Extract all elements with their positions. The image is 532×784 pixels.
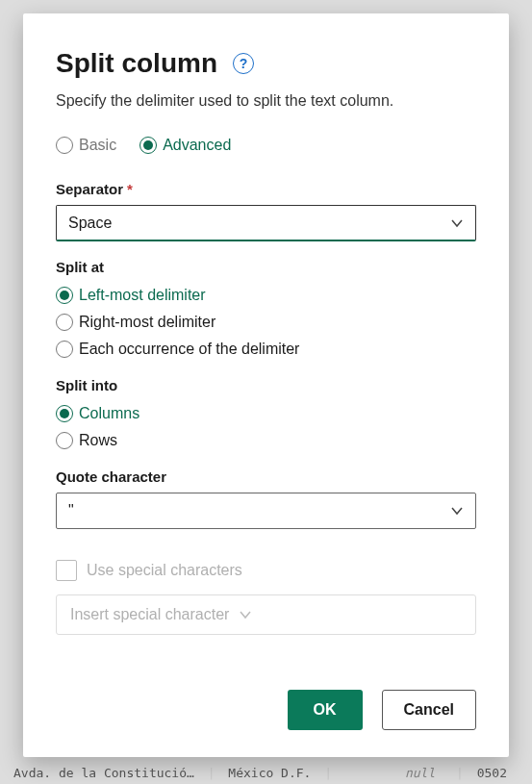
radio-rows[interactable]: Rows <box>56 432 476 449</box>
chevron-down-icon <box>239 608 252 621</box>
radio-each-occurrence[interactable]: Each occurrence of the delimiter <box>56 341 476 358</box>
ok-button[interactable]: OK <box>288 690 363 730</box>
insert-special-char-button[interactable]: Insert special character <box>56 594 476 635</box>
quote-char-label: Quote character <box>56 468 476 485</box>
radio-columns[interactable]: Columns <box>56 405 476 422</box>
radio-circle-icon <box>139 137 157 154</box>
separator-label: Separator* <box>56 181 476 197</box>
quote-char-select[interactable]: " <box>56 493 476 529</box>
quote-char-value: " <box>68 502 74 519</box>
radio-label: Left-most delimiter <box>79 287 206 304</box>
split-into-group: Columns Rows <box>56 405 476 449</box>
bg-cell: Avda. de la Constitució… <box>13 766 194 780</box>
separator-value: Space <box>68 215 112 232</box>
mode-radio-group: Basic Advanced <box>56 137 476 154</box>
radio-circle-icon <box>56 287 73 304</box>
use-special-chars-label: Use special characters <box>87 562 242 579</box>
radio-circle-icon <box>56 405 73 422</box>
dialog-title: Split column <box>56 48 217 79</box>
split-at-group: Left-most delimiter Right-most delimiter… <box>56 287 476 358</box>
radio-circle-icon <box>56 314 73 331</box>
insert-special-char-label: Insert special character <box>70 606 229 623</box>
radio-circle-icon <box>56 341 73 358</box>
radio-label: Basic <box>79 137 116 154</box>
radio-circle-icon <box>56 137 73 154</box>
dialog-button-row: OK Cancel <box>56 690 476 730</box>
background-data-row: Avda. de la Constitució… | México D.F. |… <box>13 766 507 780</box>
radio-label: Rows <box>79 432 117 449</box>
required-mark: * <box>127 181 133 197</box>
radio-circle-icon <box>56 432 73 449</box>
dialog-header: Split column ? <box>56 48 476 79</box>
split-into-label: Split into <box>56 377 476 393</box>
radio-basic[interactable]: Basic <box>56 137 116 154</box>
separator-select[interactable]: Space <box>56 205 476 241</box>
cancel-button[interactable]: Cancel <box>382 690 476 730</box>
chevron-down-icon <box>450 504 464 518</box>
radio-advanced[interactable]: Advanced <box>139 137 231 154</box>
bg-cell: 0502 <box>477 766 507 780</box>
bg-cell-null: null <box>405 766 435 780</box>
split-column-dialog: Split column ? Specify the delimiter use… <box>23 13 509 757</box>
radio-label: Each occurrence of the delimiter <box>79 341 299 358</box>
dialog-subtitle: Specify the delimiter used to split the … <box>56 92 476 110</box>
bg-cell: México D.F. <box>228 766 311 780</box>
radio-right-most[interactable]: Right-most delimiter <box>56 314 476 331</box>
chevron-down-icon <box>450 216 464 230</box>
special-chars-row: Use special characters <box>56 560 476 581</box>
radio-label: Advanced <box>163 137 231 154</box>
help-icon[interactable]: ? <box>233 53 254 74</box>
radio-label: Right-most delimiter <box>79 314 215 331</box>
split-at-label: Split at <box>56 259 476 275</box>
radio-left-most[interactable]: Left-most delimiter <box>56 287 476 304</box>
use-special-chars-checkbox[interactable] <box>56 560 77 581</box>
radio-label: Columns <box>79 405 139 422</box>
